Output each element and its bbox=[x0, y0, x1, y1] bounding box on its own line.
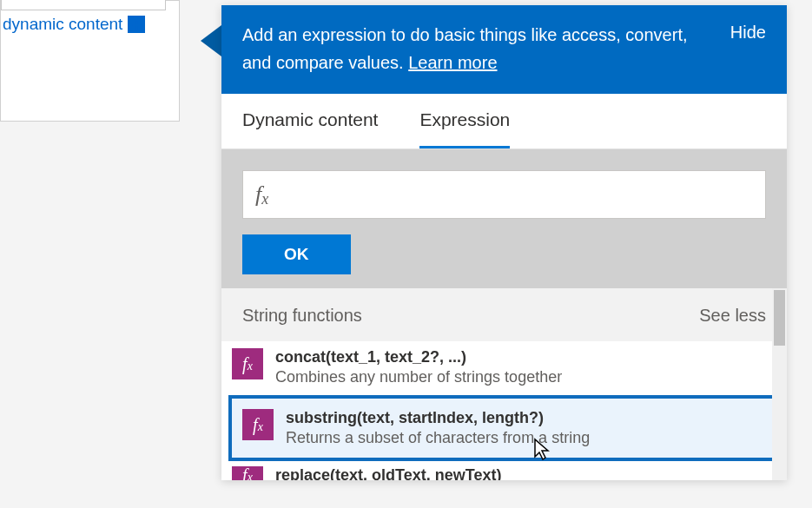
section-header: String functions See less bbox=[221, 288, 787, 341]
flyout-header-text: Add an expression to do basic things lik… bbox=[242, 21, 704, 76]
fx-icon: fx bbox=[255, 181, 268, 208]
fx-badge-icon: fx bbox=[242, 409, 274, 440]
learn-more-link[interactable]: Learn more bbox=[408, 53, 497, 72]
scrollbar-thumb[interactable] bbox=[774, 290, 785, 346]
function-text: substring(text, startIndex, length?) Ret… bbox=[286, 409, 766, 447]
fx-badge-icon: fx bbox=[232, 466, 263, 480]
dynamic-content-label: dynamic content bbox=[3, 15, 122, 34]
tabs: Dynamic content Expression bbox=[221, 94, 787, 149]
plus-icon[interactable]: + bbox=[128, 16, 145, 33]
function-item-concat[interactable]: fx concat(text_1, text_2?, ...) Combines… bbox=[221, 341, 787, 393]
expression-input-area: fx OK bbox=[221, 149, 787, 288]
function-description: Returns a subset of characters from a st… bbox=[286, 429, 766, 447]
tab-dynamic-content[interactable]: Dynamic content bbox=[242, 94, 378, 148]
function-signature: replace(text, oldText, newText) bbox=[275, 466, 776, 481]
flyout-header: Add an expression to do basic things lik… bbox=[221, 5, 787, 94]
input-cell[interactable] bbox=[1, 0, 166, 10]
function-list: fx concat(text_1, text_2?, ...) Combines… bbox=[221, 341, 787, 480]
left-panel: dynamic content + bbox=[0, 0, 180, 122]
scrollbar[interactable] bbox=[772, 288, 787, 480]
function-item-substring[interactable]: fx substring(text, startIndex, length?) … bbox=[228, 395, 780, 461]
function-description: Combines any number of strings together bbox=[275, 368, 776, 386]
see-less-button[interactable]: See less bbox=[699, 306, 766, 326]
function-signature: concat(text_1, text_2?, ...) bbox=[275, 348, 776, 366]
expression-flyout: Add an expression to do basic things lik… bbox=[221, 5, 787, 480]
function-text: concat(text_1, text_2?, ...) Combines an… bbox=[275, 348, 776, 386]
function-item-replace[interactable]: fx replace(text, oldText, newText) bbox=[221, 463, 787, 480]
section-title: String functions bbox=[242, 306, 362, 326]
tab-expression[interactable]: Expression bbox=[419, 94, 510, 148]
ok-button[interactable]: OK bbox=[242, 234, 351, 274]
fx-badge-icon: fx bbox=[232, 348, 263, 379]
function-text: replace(text, oldText, newText) bbox=[275, 466, 776, 481]
function-signature: substring(text, startIndex, length?) bbox=[286, 409, 766, 427]
dynamic-content-link[interactable]: dynamic content + bbox=[3, 15, 145, 34]
functions-area: String functions See less fx concat(text… bbox=[221, 288, 787, 480]
callout-pointer-icon bbox=[201, 25, 221, 56]
hide-button[interactable]: Hide bbox=[730, 23, 766, 43]
expression-input[interactable]: fx bbox=[242, 170, 766, 219]
